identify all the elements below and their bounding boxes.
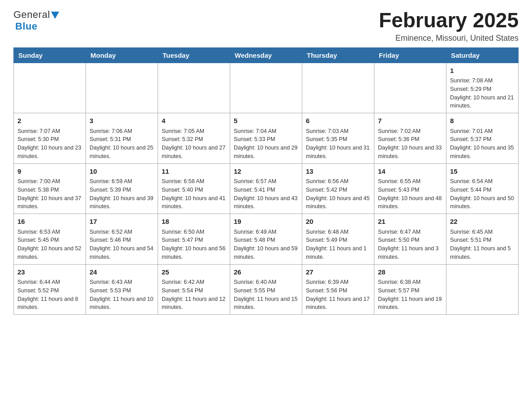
sunset-text: Sunset: 5:49 PM xyxy=(306,236,370,244)
sunrise-text: Sunrise: 7:06 AM xyxy=(90,127,154,136)
daylight-text: Daylight: 10 hours and 29 minutes. xyxy=(234,144,298,161)
daylight-text: Daylight: 10 hours and 43 minutes. xyxy=(234,194,298,211)
calendar-cell xyxy=(14,63,86,113)
daylight-text: Daylight: 10 hours and 31 minutes. xyxy=(306,144,370,161)
sunset-text: Sunset: 5:33 PM xyxy=(234,135,298,144)
calendar-cell: 22Sunrise: 6:45 AMSunset: 5:51 PMDayligh… xyxy=(446,214,519,265)
sunrise-text: Sunrise: 6:45 AM xyxy=(450,228,515,236)
daylight-text: Daylight: 11 hours and 10 minutes. xyxy=(90,295,154,312)
day-number: 6 xyxy=(306,116,370,126)
calendar-cell xyxy=(86,63,158,113)
day-number: 15 xyxy=(450,167,515,177)
daylight-text: Daylight: 10 hours and 48 minutes. xyxy=(378,194,442,211)
calendar-cell xyxy=(302,63,374,113)
daylight-text: Daylight: 11 hours and 3 minutes. xyxy=(378,244,442,261)
daylight-text: Daylight: 11 hours and 15 minutes. xyxy=(234,295,298,312)
logo-blue-text: Blue xyxy=(15,21,38,32)
page-header: General Blue February 2025 Eminence, Mis… xyxy=(13,9,519,43)
calendar-cell: 25Sunrise: 6:42 AMSunset: 5:54 PMDayligh… xyxy=(158,264,230,315)
day-number: 4 xyxy=(162,116,226,126)
day-number: 8 xyxy=(450,116,515,126)
day-number: 26 xyxy=(234,267,298,278)
day-number: 20 xyxy=(306,217,370,227)
day-number: 3 xyxy=(90,116,154,126)
svg-marker-0 xyxy=(51,12,59,19)
sunset-text: Sunset: 5:43 PM xyxy=(378,186,442,194)
day-number: 13 xyxy=(306,167,370,177)
daylight-text: Daylight: 10 hours and 45 minutes. xyxy=(306,194,370,211)
day-number: 14 xyxy=(378,167,442,177)
daylight-text: Daylight: 11 hours and 5 minutes. xyxy=(450,244,515,261)
sunrise-text: Sunrise: 6:49 AM xyxy=(234,228,298,236)
day-number: 12 xyxy=(234,167,298,177)
daylight-text: Daylight: 10 hours and 50 minutes. xyxy=(450,194,515,211)
day-number: 5 xyxy=(234,116,298,126)
calendar-cell: 1Sunrise: 7:08 AMSunset: 5:29 PMDaylight… xyxy=(446,63,519,113)
calendar-cell: 9Sunrise: 7:00 AMSunset: 5:38 PMDaylight… xyxy=(14,163,86,214)
calendar-cell: 17Sunrise: 6:52 AMSunset: 5:46 PMDayligh… xyxy=(86,214,158,265)
calendar-header-row: SundayMondayTuesdayWednesdayThursdayFrid… xyxy=(14,47,519,63)
calendar-cell: 20Sunrise: 6:48 AMSunset: 5:49 PMDayligh… xyxy=(302,214,374,265)
day-number: 19 xyxy=(234,217,298,227)
sunset-text: Sunset: 5:32 PM xyxy=(162,135,226,144)
week-row-4: 16Sunrise: 6:53 AMSunset: 5:45 PMDayligh… xyxy=(14,214,519,265)
title-block: February 2025 Eminence, Missouri, United… xyxy=(379,9,519,43)
sunset-text: Sunset: 5:56 PM xyxy=(306,287,370,295)
calendar-cell: 21Sunrise: 6:47 AMSunset: 5:50 PMDayligh… xyxy=(374,214,446,265)
sunset-text: Sunset: 5:52 PM xyxy=(17,287,82,295)
sunrise-text: Sunrise: 7:04 AM xyxy=(234,127,298,136)
sunrise-text: Sunrise: 6:57 AM xyxy=(234,177,298,186)
calendar-cell xyxy=(158,63,230,113)
day-number: 23 xyxy=(17,267,82,278)
calendar-cell: 24Sunrise: 6:43 AMSunset: 5:53 PMDayligh… xyxy=(86,264,158,315)
calendar-cell xyxy=(230,63,302,113)
sunrise-text: Sunrise: 6:54 AM xyxy=(450,177,515,186)
sunrise-text: Sunrise: 7:03 AM xyxy=(306,127,370,136)
sunset-text: Sunset: 5:39 PM xyxy=(90,186,154,194)
sunrise-text: Sunrise: 6:59 AM xyxy=(90,177,154,186)
sunrise-text: Sunrise: 6:58 AM xyxy=(162,177,226,186)
calendar-cell: 10Sunrise: 6:59 AMSunset: 5:39 PMDayligh… xyxy=(86,163,158,214)
daylight-text: Daylight: 11 hours and 12 minutes. xyxy=(162,295,226,312)
day-number: 2 xyxy=(17,116,82,126)
day-header-saturday: Saturday xyxy=(446,47,519,63)
sunrise-text: Sunrise: 6:40 AM xyxy=(234,278,298,287)
sunset-text: Sunset: 5:35 PM xyxy=(306,135,370,144)
sunrise-text: Sunrise: 6:52 AM xyxy=(90,228,154,236)
day-number: 9 xyxy=(17,167,82,177)
sunset-text: Sunset: 5:51 PM xyxy=(450,236,515,244)
daylight-text: Daylight: 10 hours and 35 minutes. xyxy=(450,144,515,161)
sunrise-text: Sunrise: 6:48 AM xyxy=(306,228,370,236)
calendar-cell: 2Sunrise: 7:07 AMSunset: 5:30 PMDaylight… xyxy=(14,113,86,164)
sunrise-text: Sunrise: 7:05 AM xyxy=(162,127,226,136)
calendar-cell: 8Sunrise: 7:01 AMSunset: 5:37 PMDaylight… xyxy=(446,113,519,164)
daylight-text: Daylight: 11 hours and 1 minute. xyxy=(306,244,370,261)
day-number: 10 xyxy=(90,167,154,177)
calendar-table: SundayMondayTuesdayWednesdayThursdayFrid… xyxy=(13,47,519,315)
week-row-3: 9Sunrise: 7:00 AMSunset: 5:38 PMDaylight… xyxy=(14,163,519,214)
week-row-1: 1Sunrise: 7:08 AMSunset: 5:29 PMDaylight… xyxy=(14,63,519,113)
daylight-text: Daylight: 10 hours and 39 minutes. xyxy=(90,194,154,211)
daylight-text: Daylight: 10 hours and 21 minutes. xyxy=(450,94,515,111)
calendar-cell: 15Sunrise: 6:54 AMSunset: 5:44 PMDayligh… xyxy=(446,163,519,214)
day-number: 16 xyxy=(17,217,82,227)
sunrise-text: Sunrise: 6:38 AM xyxy=(378,278,442,287)
sunrise-text: Sunrise: 6:53 AM xyxy=(17,228,82,236)
day-number: 1 xyxy=(450,66,515,76)
sunset-text: Sunset: 5:29 PM xyxy=(450,85,515,94)
daylight-text: Daylight: 11 hours and 19 minutes. xyxy=(378,295,442,312)
day-number: 28 xyxy=(378,267,442,278)
sunset-text: Sunset: 5:41 PM xyxy=(234,186,298,194)
daylight-text: Daylight: 10 hours and 56 minutes. xyxy=(162,244,226,261)
day-header-sunday: Sunday xyxy=(14,47,86,63)
daylight-text: Daylight: 11 hours and 8 minutes. xyxy=(17,295,82,312)
sunrise-text: Sunrise: 7:01 AM xyxy=(450,127,515,136)
calendar-cell xyxy=(446,264,519,315)
sunset-text: Sunset: 5:37 PM xyxy=(450,135,515,144)
calendar-cell xyxy=(374,63,446,113)
calendar-cell: 28Sunrise: 6:38 AMSunset: 5:57 PMDayligh… xyxy=(374,264,446,315)
sunset-text: Sunset: 5:36 PM xyxy=(378,135,442,144)
day-number: 7 xyxy=(378,116,442,126)
sunset-text: Sunset: 5:46 PM xyxy=(90,236,154,244)
daylight-text: Daylight: 10 hours and 54 minutes. xyxy=(90,244,154,261)
